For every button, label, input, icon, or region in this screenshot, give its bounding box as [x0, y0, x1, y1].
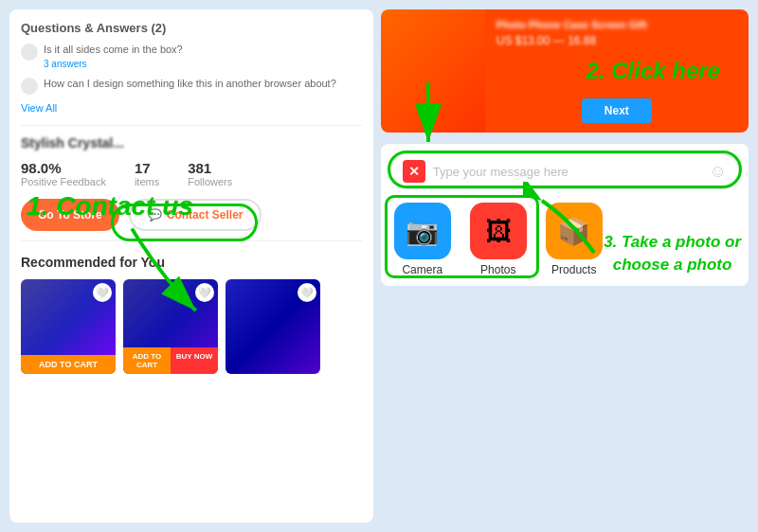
annotation-contact: 1. Contact us [27, 191, 193, 222]
recommended-title: Recommended for You [21, 255, 362, 270]
photos-label: Photos [480, 263, 515, 276]
message-input-row: ✕ Type your message here ☺ [390, 153, 739, 189]
main-container: Questions & Answers (2) Is it all sides … [0, 0, 758, 532]
camera-action[interactable]: 📷 Camera [394, 203, 451, 276]
add-to-cart-btn-1[interactable]: ADD TO CART [21, 355, 116, 374]
view-all-link[interactable]: View All [21, 102, 362, 114]
annotation-photo: 3. Take a photo or choose a photo [604, 231, 741, 276]
qa-answers-1[interactable]: 3 answers [44, 59, 183, 69]
divider-2 [21, 240, 362, 241]
products-action[interactable]: 📦 Products [546, 203, 603, 276]
buy-now-btn-2[interactable]: BUY NOW [171, 347, 218, 374]
chat-box: ✕ Type your message here ☺ 📷 Camera 🖼 Ph… [381, 144, 749, 286]
heart-icon-3[interactable]: 🤍 [298, 283, 316, 302]
qa-question-1: Is it all sides come in the box? [44, 43, 183, 57]
stat-followers-label: Followers [188, 176, 232, 187]
heart-icon-1[interactable]: 🤍 [93, 283, 112, 302]
stat-items-label: items [135, 176, 159, 187]
rec-item-1[interactable]: 🤍 ADD TO CART [21, 279, 116, 374]
rec-item-3[interactable]: 🤍 [226, 279, 320, 374]
qa-icon-2 [21, 78, 38, 95]
qa-section: Questions & Answers (2) Is it all sides … [21, 21, 362, 114]
left-panel: Questions & Answers (2) Is it all sides … [9, 9, 373, 523]
heart-icon-2[interactable]: 🤍 [195, 283, 214, 302]
stat-feedback-value: 98.0% [21, 160, 106, 176]
product-price: US $13.00 — 16.88 [496, 34, 737, 47]
stat-followers: 381 Followers [188, 160, 232, 187]
qa-title: Questions & Answers (2) [21, 21, 362, 35]
next-button[interactable]: Next [582, 98, 652, 123]
qa-icon-1 [21, 44, 38, 61]
emoji-icon[interactable]: ☺ [710, 162, 727, 182]
annotation-click: 2. Click here [587, 58, 720, 84]
photos-action[interactable]: 🖼 Photos [470, 203, 527, 276]
stat-feedback-label: Positive Feedback [21, 176, 106, 187]
products-label: Products [551, 263, 596, 276]
right-panel: Photo Phone Case Screen Gift US $13.00 —… [381, 9, 749, 523]
qa-item-2: How can I design something like this in … [21, 77, 362, 95]
rec-item-2[interactable]: 🤍 ADD TO CART BUY NOW [123, 279, 218, 374]
product-image [381, 9, 485, 133]
camera-icon[interactable]: 📷 [394, 203, 451, 259]
stat-items-value: 17 [135, 160, 159, 176]
annotation-photo-line1: 3. Take a photo or [604, 233, 741, 251]
stat-followers-value: 381 [188, 160, 232, 176]
products-icon[interactable]: 📦 [546, 203, 603, 259]
seller-stats: 98.0% Positive Feedback 17 items 381 Fol… [21, 160, 362, 187]
annotation-photo-line2: choose a photo [613, 256, 732, 274]
qa-item-1: Is it all sides come in the box? 3 answe… [21, 43, 362, 69]
product-title: Photo Phone Case Screen Gift [496, 19, 737, 30]
stat-items: 17 items [135, 160, 159, 187]
seller-name: Stylish Crystal... [21, 135, 362, 151]
message-input[interactable]: Type your message here [433, 165, 702, 179]
qa-question-2: How can I design something like this in … [44, 77, 336, 91]
recommended-items: 🤍 ADD TO CART 🤍 ADD TO CART BUY NOW 🤍 [21, 279, 362, 374]
photos-icon[interactable]: 🖼 [470, 203, 527, 259]
camera-label: Camera [402, 263, 442, 276]
divider-1 [21, 125, 362, 126]
add-to-cart-btn-2[interactable]: ADD TO CART [123, 347, 171, 374]
stat-feedback: 98.0% Positive Feedback [21, 160, 106, 187]
dismiss-button[interactable]: ✕ [403, 160, 425, 183]
